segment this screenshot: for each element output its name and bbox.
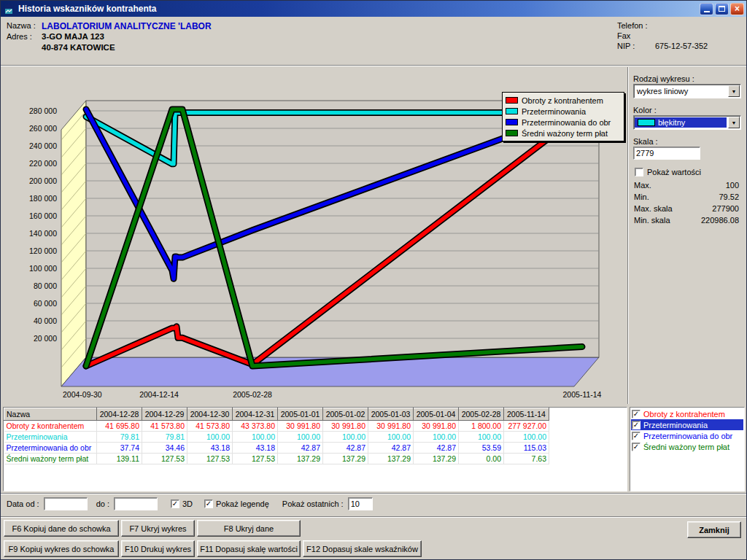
divider [1, 493, 747, 494]
series-toggle-item[interactable]: ✓Przeterminowania [631, 419, 743, 430]
checkbox-icon[interactable]: ✓ [171, 499, 179, 508]
maximize-button[interactable] [715, 3, 729, 15]
f8-hide-data-button[interactable]: F8 Ukryj dane [197, 520, 301, 537]
cell-value: 43.18 [233, 443, 278, 454]
skala-input[interactable] [633, 147, 700, 160]
legend-item: Przeterminowania do obr [506, 117, 621, 128]
do-label: do : [96, 499, 109, 508]
column-header-date: 2005-01-03 [368, 408, 414, 421]
legend-label: Przeterminowania do obr [522, 118, 611, 127]
checkbox-icon[interactable]: ✓ [632, 421, 640, 429]
cell-value: 34.46 [142, 443, 187, 454]
contractor-header: Nazwa : LABOLATORIUM ANALITYCZNE 'LABOR … [1, 17, 746, 65]
nip-value: 675-12-57-352 [655, 42, 708, 52]
y-axis-label: 240 000 [29, 141, 57, 150]
last-n-input[interactable] [348, 497, 373, 510]
cell-value: 30 991.80 [368, 421, 414, 432]
f12-fit-indicator-scale-button[interactable]: F12 Dopasuj skale wskaźników [303, 540, 422, 557]
checkbox-icon[interactable]: ✓ [204, 499, 213, 508]
cell-value: 100.00 [504, 432, 549, 443]
checkbox-icon[interactable]: ✓ [632, 443, 640, 451]
y-axis-label: 180 000 [29, 194, 57, 203]
min-value: 79.52 [719, 192, 739, 204]
y-axis-label: 20 000 [34, 334, 57, 343]
cell-value: 277 927.00 [504, 421, 549, 432]
chevron-down-icon[interactable]: ▼ [728, 85, 740, 97]
cell-value: 100.00 [414, 432, 459, 443]
cell-value: 30 991.80 [278, 421, 323, 432]
row-name: Średni ważony term płat [4, 454, 97, 464]
three-d-checkbox[interactable]: ✓ 3D [171, 499, 193, 508]
column-header-date: 2004-12-31 [233, 408, 278, 421]
minimize-icon [704, 11, 710, 12]
pokaz-wartosci-label: Pokaż wartości [647, 168, 701, 176]
telefon-label: Telefon : [617, 21, 655, 31]
contractor-info: Nazwa : LABOLATORIUM ANALITYCZNE 'LABOR … [7, 21, 212, 54]
pokaz-legende-label: Pokaż legendę [216, 499, 269, 508]
rodzaj-wykresu-label: Rodzaj wykresu : [633, 74, 694, 83]
f9-copy-chart-button[interactable]: F9 Kopiuj wykres do schowka [4, 540, 119, 557]
f6-copy-data-button[interactable]: F6 Kopiuj dane do schowka [4, 520, 119, 537]
color-dropdown[interactable]: błękitny ▼ [633, 115, 741, 130]
three-d-label: 3D [182, 499, 193, 508]
cell-value: 100.00 [233, 432, 278, 443]
fax-value [655, 31, 708, 42]
table-row: Obroty z kontrahentem41 695.8041 573.804… [4, 421, 549, 432]
cell-value: 7.63 [504, 454, 549, 464]
x-axis-label: 2005-02-28 [233, 390, 272, 399]
series-label: Przeterminowania [643, 421, 708, 429]
nazwa-label: Nazwa : [7, 21, 42, 32]
legend-swatch [506, 130, 518, 136]
checkbox-icon[interactable]: ✓ [632, 410, 640, 419]
pokaz-legende-checkbox[interactable]: ✓ Pokaż legendę [204, 499, 269, 508]
app-icon [3, 3, 15, 15]
zamknij-button[interactable]: Zamknij [687, 521, 741, 538]
chart-type-dropdown[interactable]: wykres liniowy ▼ [633, 84, 741, 98]
cell-value: 41 573.80 [142, 421, 187, 432]
y-axis-label: 280 000 [29, 106, 57, 115]
column-header-date: 2004-12-30 [187, 408, 233, 421]
contact-info: Telefon : Fax NIP : 675-12-57-352 [617, 21, 708, 52]
cell-value: 137.29 [368, 454, 414, 464]
series-label: Średni ważony term płat [643, 443, 729, 451]
f11-fit-value-scale-button[interactable]: F11 Dopasuj skalę wartości [197, 540, 301, 557]
kolor-label: Kolor : [633, 106, 657, 114]
cell-value: 42.87 [278, 443, 323, 454]
company-name: LABOLATORIUM ANALITYCZNE 'LABOR [42, 21, 212, 32]
cell-value: 100.00 [278, 432, 323, 443]
cell-value: 100.00 [459, 432, 504, 443]
row-name: Przeterminowania [4, 432, 97, 443]
pokaz-wartosci-checkbox[interactable]: Pokaż wartości [635, 168, 701, 176]
f10-print-chart-button[interactable]: F10 Drukuj wykres [121, 540, 195, 557]
cell-value: 53.59 [459, 443, 504, 454]
divider [1, 516, 747, 518]
indicator-table: Nazwa2004-12-282004-12-292004-12-302004-… [3, 407, 627, 491]
column-header-date: 2005-01-04 [414, 408, 459, 421]
cell-value: 127.53 [233, 454, 278, 464]
checkbox-icon[interactable] [635, 168, 643, 176]
title-bar: Historia wskazników kontrahenta × [1, 1, 746, 17]
y-axis-label: 140 000 [29, 229, 57, 238]
cell-value: 79.81 [97, 432, 142, 443]
f7-hide-chart-button[interactable]: F7 Ukryj wykres [121, 520, 195, 537]
date-to-input[interactable] [114, 497, 158, 510]
x-axis-label: 2004-09-30 [63, 390, 102, 399]
cell-value: 43.18 [187, 443, 233, 454]
minimize-button[interactable] [700, 3, 713, 15]
close-button[interactable]: × [730, 3, 744, 15]
series-toggle-item[interactable]: ✓Obroty z kontrahentem [631, 408, 743, 419]
chevron-down-icon[interactable]: ▼ [728, 117, 740, 128]
chart-area: 280 000260 000240 000220 000200 000180 0… [4, 67, 627, 405]
address-line2: 40-874 KATOWICE [42, 43, 212, 54]
cell-value: 79.81 [142, 432, 187, 443]
legend-label: Przeterminowania [522, 107, 586, 116]
min-skala-value: 220986.08 [701, 216, 739, 228]
date-from-input[interactable] [44, 497, 88, 510]
column-header-date: 2004-12-28 [97, 408, 142, 421]
series-label: Przeterminowania do obr [643, 432, 732, 440]
checkbox-icon[interactable]: ✓ [632, 432, 640, 440]
x-axis-label: 2004-12-14 [139, 390, 179, 399]
color-selected-option: błękitny [635, 117, 727, 128]
series-toggle-item[interactable]: ✓Przeterminowania do obr [631, 430, 743, 441]
series-toggle-item[interactable]: ✓Średni ważony term płat [631, 441, 743, 452]
